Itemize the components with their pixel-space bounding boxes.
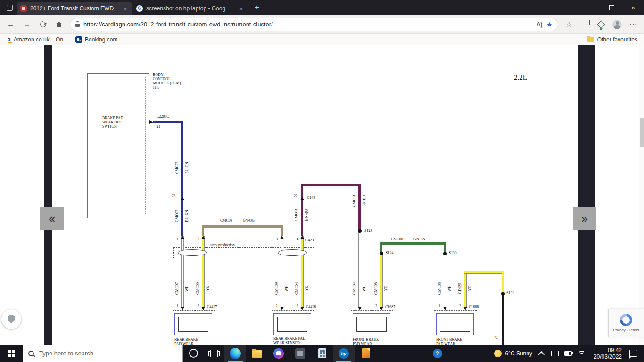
other-favourites[interactable]: Other favourites — [581, 36, 637, 43]
page-scrollbar[interactable] — [639, 45, 644, 345]
task-view-button[interactable] — [204, 345, 224, 362]
down-arrow-icon — [358, 307, 362, 310]
up-arrow-icon — [201, 236, 205, 239]
wiring-diagram: BODY CONTROL MODULE (BCM) 11-5BRAKE PAD … — [0, 45, 644, 345]
read-aloud-icon[interactable]: A) — [537, 21, 543, 28]
down-arrow-icon — [443, 307, 447, 310]
new-tab-button[interactable]: + — [248, 3, 265, 12]
favorite-star-icon[interactable]: ★ — [546, 20, 553, 29]
search-input[interactable] — [38, 349, 177, 357]
wire-label: WH — [362, 274, 367, 303]
diagram-text: 1 — [438, 304, 440, 308]
wire-maroon — [301, 184, 361, 186]
hp-icon: hp — [339, 348, 349, 359]
next-page-button[interactable]: » — [573, 207, 596, 230]
splice-dot — [358, 229, 362, 233]
taskbar-edge[interactable] — [224, 345, 246, 362]
diagram-text: early production — [210, 243, 235, 247]
down-arrow-icon — [181, 307, 184, 310]
diagram-text: 1 — [176, 237, 178, 241]
collections-icon[interactable] — [577, 17, 593, 32]
diagram-text: S131 — [506, 291, 514, 295]
wire-label: GD125 — [458, 274, 462, 303]
hidden-icons-chevron[interactable] — [538, 351, 545, 357]
settings-menu-icon[interactable]: ⋯ — [625, 17, 641, 32]
scrollbar-thumb[interactable] — [640, 118, 644, 147]
taskbar-messenger[interactable] — [268, 345, 289, 362]
search-icon — [28, 351, 34, 356]
taskbar-media-app[interactable] — [289, 345, 311, 362]
taskbar-file-explorer[interactable] — [246, 345, 268, 362]
close-button[interactable]: × — [622, 0, 644, 15]
help-icon: ? — [433, 349, 442, 358]
refresh-button[interactable] — [35, 17, 51, 32]
taskbar-clock[interactable]: 09:42 20/03/2022 — [594, 347, 622, 360]
media-app-icon — [295, 348, 305, 359]
action-center-icon[interactable] — [629, 350, 637, 357]
recaptcha-badge[interactable]: Privacy - Terms — [608, 309, 644, 337]
url-text[interactable]: https://cardiagn.com/2012-ford-transit-c… — [83, 21, 533, 28]
display-tray-icon[interactable] — [551, 351, 559, 356]
forward-button[interactable]: → — [19, 17, 35, 32]
previous-page-button[interactable]: « — [40, 207, 64, 230]
wire-label: YE — [468, 274, 472, 303]
google-favicon: G — [136, 5, 143, 12]
diagram-text: 2 — [459, 304, 461, 308]
weather-widget[interactable]: 6°C Sunny — [494, 350, 532, 357]
wire-yellow — [464, 273, 467, 307]
amazon-icon: a — [8, 37, 11, 42]
home-icon — [57, 24, 61, 27]
page-margin-left — [44, 45, 52, 345]
inline-connector-symbol — [178, 249, 207, 256]
down-arrow-icon — [201, 307, 205, 310]
maximize-button[interactable] — [601, 0, 622, 15]
wire-label: CMC04 — [295, 274, 299, 303]
bookmark-booking[interactable]: B. Booking.com — [75, 36, 117, 43]
wire-label: CMC09 — [196, 274, 200, 303]
diagram-text: C145 — [307, 196, 315, 200]
address-bar[interactable]: https://cardiagn.com/2012-ford-transit-c… — [70, 18, 558, 31]
taskbar-search[interactable] — [23, 345, 183, 362]
taskbar-hp[interactable]: hp — [333, 345, 355, 362]
splice-dot — [380, 252, 383, 255]
tab-actions-button[interactable] — [7, 5, 13, 11]
page-margin-right — [578, 45, 595, 345]
up-arrow-icon — [300, 236, 304, 239]
back-button[interactable]: ← — [3, 17, 19, 32]
security-extension-badge[interactable] — [1, 309, 21, 329]
diagram-text: BRAKE PAD WEAR OUT SWITCH — [102, 116, 123, 129]
wire-label: WH — [185, 274, 190, 303]
cortana-button[interactable] — [183, 345, 204, 362]
down-arrow-icon — [463, 307, 467, 310]
taskbar-calculator[interactable] — [311, 345, 333, 362]
diagram-text: FRONT BRAKE PAD WEAR — [436, 337, 462, 345]
browser-essentials-icon[interactable] — [593, 17, 609, 32]
taskbar-orange-app[interactable] — [355, 345, 376, 362]
wifi-icon[interactable] — [578, 351, 585, 356]
diagram-text: 3 — [276, 237, 278, 241]
browser-tab-active[interactable]: 2012+ Ford Transit Custom EWD × — [17, 2, 132, 15]
right-arrow-icon — [149, 120, 153, 124]
refresh-icon — [39, 20, 47, 28]
recaptcha-links[interactable]: Privacy - Terms — [613, 328, 639, 332]
wire-label: CMC07 — [175, 202, 180, 230]
wire-label: YE — [384, 274, 388, 303]
bookmark-amazon[interactable]: a Amazon.co.uk – On... — [8, 36, 68, 43]
tab-close-icon[interactable]: × — [122, 5, 129, 12]
wire-maroon — [301, 197, 303, 236]
favorites-icon[interactable]: ☆ — [561, 17, 577, 32]
diagram-text: 2 — [375, 304, 377, 308]
start-button[interactable] — [0, 345, 23, 362]
minimize-button[interactable] — [579, 0, 601, 15]
help-button[interactable]: ? — [427, 345, 448, 362]
wire-blue — [181, 197, 183, 236]
profile-avatar[interactable] — [609, 17, 625, 32]
battery-icon[interactable] — [564, 351, 572, 356]
component-box-inner — [277, 317, 307, 332]
up-arrow-icon — [280, 236, 284, 239]
tab-close-icon[interactable]: × — [238, 5, 245, 12]
browser-tab-inactive[interactable]: G screenshot on hp laptop - Goog × — [132, 2, 248, 15]
essentials-glyph — [597, 20, 605, 28]
diagram-text: BODY CONTROL MODULE (BCM) 11-5 — [153, 73, 181, 90]
home-button[interactable] — [51, 17, 67, 32]
